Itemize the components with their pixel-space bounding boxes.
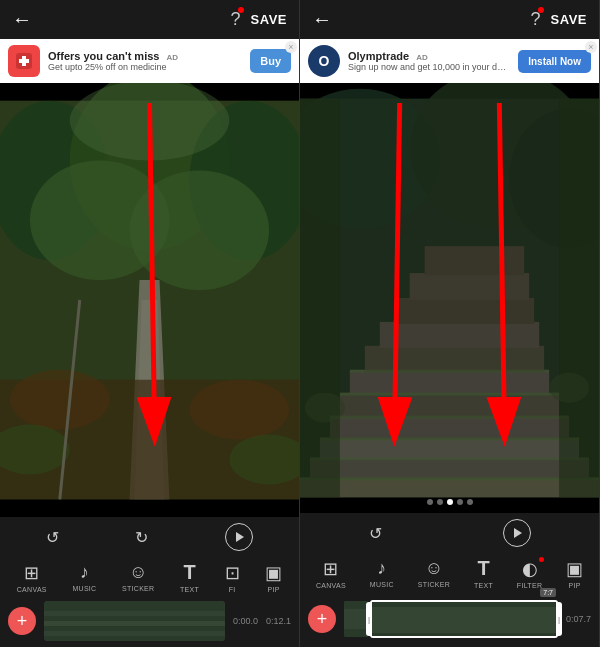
play-button-left[interactable] <box>225 523 253 551</box>
text-label-left: TEXT <box>180 586 199 593</box>
tool-canvas-left[interactable]: ⊞ CANVAS <box>17 562 47 593</box>
pagination-dots <box>427 499 473 505</box>
tool-filter-right[interactable]: ◐ FILTER <box>517 558 542 589</box>
ad-close-right[interactable]: × <box>585 41 597 53</box>
svg-rect-36 <box>380 322 539 348</box>
svg-rect-21 <box>44 611 225 616</box>
pip-icon-right: ▣ <box>566 558 583 580</box>
controls-bar-right: ↺ <box>300 513 599 553</box>
ad-icon-left <box>8 45 40 77</box>
sticker-icon-right: ☺ <box>425 558 443 579</box>
tool-sticker-right[interactable]: ☺ STICKER <box>418 558 450 588</box>
pip-icon-left: ▣ <box>265 562 282 584</box>
timeline-left: + 0:00.0 0:12.1 <box>0 595 299 647</box>
tool-text-left[interactable]: T TEXT <box>180 561 199 593</box>
filter-label-right: FILTER <box>517 582 542 589</box>
music-label-right: MUSIC <box>370 581 394 588</box>
ad-subtitle-right: Sign up now and get 10,000 in your demo … <box>348 62 510 72</box>
video-area-left <box>0 83 299 517</box>
video-area-right <box>300 83 599 513</box>
help-wrap-right: ? <box>531 9 541 30</box>
ad-icon-right: O <box>308 45 340 77</box>
svg-rect-2 <box>19 59 29 63</box>
top-bar-left: ← ? SAVE <box>0 0 299 39</box>
tool-pip-left[interactable]: ▣ PIP <box>265 562 282 593</box>
svg-rect-31 <box>320 438 579 460</box>
timeline-track-left[interactable] <box>44 601 225 641</box>
redo-icon-left[interactable]: ↻ <box>135 528 148 547</box>
svg-rect-38 <box>410 273 530 300</box>
tool-music-right[interactable]: ♪ MUSIC <box>370 558 394 588</box>
ad-text-left: Offers you can't miss AD Get upto 25% of… <box>48 50 242 72</box>
add-button-right[interactable]: + <box>308 605 336 633</box>
svg-point-48 <box>305 393 345 423</box>
top-bar-right-left: ? SAVE <box>231 9 287 30</box>
svg-rect-41 <box>310 457 589 460</box>
tool-sticker-left[interactable]: ☺ STICKER <box>122 562 154 592</box>
text-icon-left: T <box>183 561 195 584</box>
clip-handle-right[interactable]: | <box>556 602 562 636</box>
ad-badge-left: AD <box>167 53 179 62</box>
ad-title-left: Offers you can't miss AD <box>48 50 242 62</box>
pip-label-right: PIP <box>568 582 580 589</box>
music-icon-right: ♪ <box>377 558 386 579</box>
ad-close-left[interactable]: × <box>285 41 297 53</box>
svg-rect-44 <box>340 393 559 396</box>
tool-music-left[interactable]: ♪ MUSIC <box>72 562 96 592</box>
save-button-left[interactable]: SAVE <box>251 12 287 27</box>
ad-install-button[interactable]: Install Now <box>518 50 591 73</box>
timeline-thumb-left <box>44 601 225 641</box>
tool-pip-right[interactable]: ▣ PIP <box>566 558 583 589</box>
ad-text-right: Olymptrade AD Sign up now and get 10,000… <box>348 50 510 72</box>
clip-content <box>372 602 556 636</box>
top-bar-right: ← ? SAVE <box>300 0 599 39</box>
svg-rect-47 <box>559 99 599 498</box>
svg-rect-57 <box>372 607 556 633</box>
timestamp-right: 0:07.7 <box>566 614 591 624</box>
back-button-right[interactable]: ← <box>312 8 332 31</box>
add-button-left[interactable]: + <box>8 607 36 635</box>
notification-dot-left <box>238 7 244 13</box>
svg-rect-34 <box>350 370 549 395</box>
play-triangle-left <box>236 532 244 542</box>
svg-point-8 <box>130 170 270 290</box>
dot-1 <box>427 499 433 505</box>
tool-fi-left[interactable]: ⊡ FI <box>225 562 240 593</box>
svg-rect-45 <box>350 370 549 373</box>
controls-bar-left: ↺ ↻ <box>0 517 299 557</box>
filter-red-dot <box>539 557 544 562</box>
tool-text-right[interactable]: T TEXT <box>474 557 493 589</box>
timestamp-left: 0:00.0 <box>233 616 258 626</box>
undo-icon-right[interactable]: ↺ <box>369 524 382 543</box>
ad-banner-right: O Olymptrade AD Sign up now and get 10,0… <box>300 39 599 83</box>
undo-icon-left[interactable]: ↺ <box>46 528 59 547</box>
notification-dot-right <box>538 7 544 13</box>
svg-rect-35 <box>365 346 544 372</box>
tool-canvas-right[interactable]: ⊞ CANVAS <box>316 558 346 589</box>
svg-rect-22 <box>44 621 225 626</box>
svg-rect-32 <box>330 416 569 440</box>
dot-4 <box>457 499 463 505</box>
fi-label-left: FI <box>229 586 236 593</box>
timestamp2-left: 0:12.1 <box>266 616 291 626</box>
svg-rect-43 <box>330 416 569 419</box>
tool-bar-right: ⊞ CANVAS ♪ MUSIC ☺ STICKER T TEXT ◐ FILT… <box>300 553 599 591</box>
back-button-left[interactable]: ← <box>12 8 32 31</box>
svg-rect-40 <box>300 477 599 480</box>
clip-handle-left[interactable]: | <box>366 602 372 636</box>
canvas-icon-left: ⊞ <box>24 562 39 584</box>
stairs-scene-right <box>300 83 599 513</box>
help-wrap-left: ? <box>231 9 241 30</box>
clip-selected-region[interactable]: | 7:7 | <box>370 600 558 638</box>
dot-3 <box>447 499 453 505</box>
svg-rect-37 <box>395 298 535 324</box>
ad-buy-button[interactable]: Buy <box>250 49 291 73</box>
svg-point-17 <box>70 83 229 160</box>
text-label-right: TEXT <box>474 582 493 589</box>
svg-rect-55 <box>344 609 368 629</box>
play-button-right[interactable] <box>503 519 531 547</box>
save-button-right[interactable]: SAVE <box>551 12 587 27</box>
top-bar-right-right: ? SAVE <box>531 9 587 30</box>
ad-badge-right: AD <box>416 53 428 62</box>
svg-rect-30 <box>310 457 589 479</box>
